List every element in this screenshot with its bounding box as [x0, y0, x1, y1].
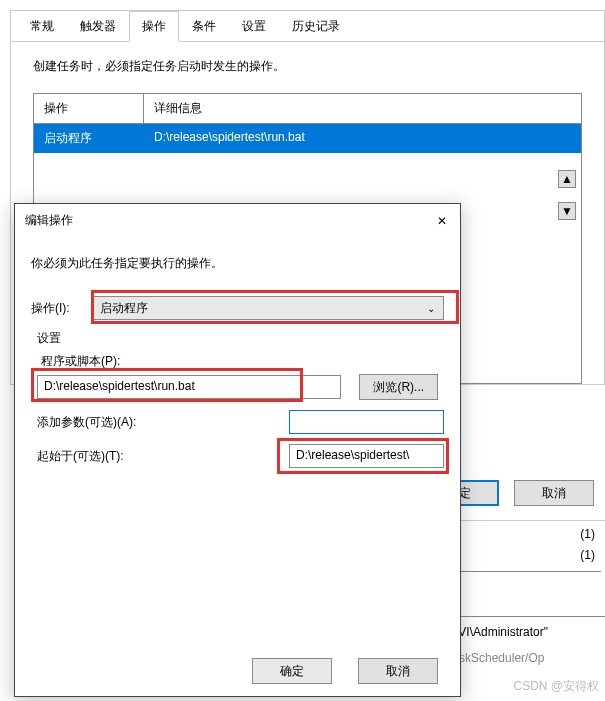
action-dropdown-value: 启动程序: [100, 300, 148, 317]
cell-action: 启动程序: [34, 124, 144, 153]
tab-general[interactable]: 常规: [17, 11, 67, 42]
startin-input[interactable]: D:\release\spidertest\: [289, 444, 444, 468]
dialog-instruction: 你必须为此任务指定要执行的操作。: [31, 255, 444, 272]
watermark: CSDN @安得权: [513, 678, 599, 695]
close-button[interactable]: ✕: [434, 212, 450, 229]
table-row[interactable]: 启动程序 D:\release\spidertest\run.bat: [34, 124, 581, 153]
program-label: 程序或脚本(P):: [41, 353, 444, 370]
browse-button[interactable]: 浏览(R)...: [359, 374, 438, 400]
tab-history[interactable]: 历史记录: [279, 11, 353, 42]
edit-action-dialog: 编辑操作 ✕ 你必须为此任务指定要执行的操作。 操作(I): 启动程序 ⌄ 设置…: [14, 203, 461, 697]
tab-actions[interactable]: 操作: [129, 11, 179, 42]
chevron-down-icon: ⌄: [427, 303, 435, 314]
chevron-up-icon: ▲: [561, 172, 573, 186]
settings-group-label: 设置: [37, 330, 444, 347]
program-path-input[interactable]: D:\release\spidertest\run.bat: [37, 375, 341, 399]
window-cancel-button[interactable]: 取消: [514, 480, 594, 506]
dialog-ok-button[interactable]: 确定: [252, 658, 332, 684]
chevron-down-icon: ▼: [561, 204, 573, 218]
move-down-button[interactable]: ▼: [558, 202, 576, 220]
actions-instruction: 创建任务时，必须指定任务启动时发生的操作。: [11, 42, 604, 93]
move-up-button[interactable]: ▲: [558, 170, 576, 188]
col-header-action[interactable]: 操作: [34, 94, 144, 123]
tab-conditions[interactable]: 条件: [179, 11, 229, 42]
action-label: 操作(I):: [31, 300, 91, 317]
action-dropdown[interactable]: 启动程序 ⌄: [91, 296, 444, 320]
tab-settings[interactable]: 设置: [229, 11, 279, 42]
col-header-detail[interactable]: 详细信息: [144, 94, 212, 123]
dialog-title: 编辑操作: [25, 212, 73, 229]
arguments-input[interactable]: [289, 410, 444, 434]
arguments-label: 添加参数(可选)(A):: [37, 414, 136, 431]
tabs: 常规 触发器 操作 条件 设置 历史记录: [11, 11, 604, 42]
startin-label: 起始于(可选)(T):: [37, 448, 124, 465]
close-icon: ✕: [437, 214, 447, 228]
tab-triggers[interactable]: 触发器: [67, 11, 129, 42]
cell-detail: D:\release\spidertest\run.bat: [144, 124, 315, 153]
dialog-cancel-button[interactable]: 取消: [358, 658, 438, 684]
